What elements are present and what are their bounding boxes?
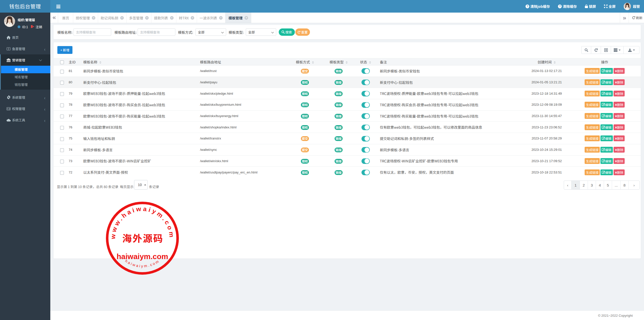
svg-text:?: ? <box>527 5 528 8</box>
svg-text:?: ? <box>559 5 561 8</box>
svg-text:海外源码: 海外源码 <box>122 231 164 245</box>
svg-text:haiwaiym.com: haiwaiym.com <box>116 252 168 261</box>
